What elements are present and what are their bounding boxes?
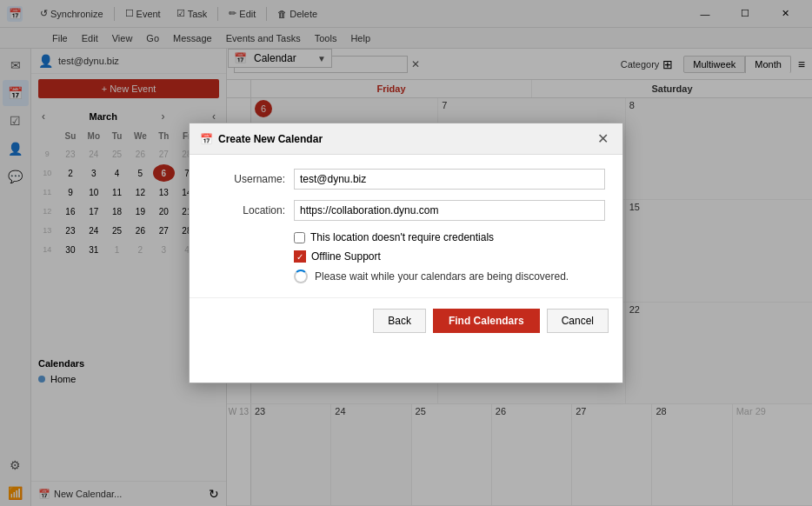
- credentials-checkbox[interactable]: [294, 232, 305, 243]
- modal-body: Username: Location: This location doesn'…: [190, 155, 622, 297]
- offline-checkbox-box[interactable]: ✓: [294, 250, 306, 263]
- back-button[interactable]: Back: [373, 309, 426, 333]
- discovery-status-row: Please wait while your calendars are bei…: [294, 270, 605, 283]
- username-row: Username:: [207, 169, 605, 190]
- modal-header: 📅 Create New Calendar ✕: [190, 123, 622, 155]
- offline-label: Offline Support: [311, 250, 381, 263]
- modal-close-button[interactable]: ✕: [594, 130, 612, 147]
- location-input[interactable]: [294, 200, 605, 221]
- modal-footer: Back Find Calendars Cancel: [190, 297, 622, 343]
- cancel-button[interactable]: Cancel: [547, 309, 609, 333]
- discovery-status-text: Please wait while your calendars are bei…: [315, 270, 569, 283]
- offline-checkbox-row: ✓ Offline Support: [294, 250, 605, 263]
- location-label: Location:: [207, 204, 285, 216]
- credentials-label: This location doesn't require credential…: [310, 231, 494, 243]
- modal-overlay: 📅 Create New Calendar ✕ Username: Locati…: [0, 0, 812, 506]
- loading-spinner: [294, 270, 308, 283]
- modal-title: 📅 Create New Calendar: [200, 133, 323, 145]
- username-input[interactable]: [294, 169, 605, 190]
- checkbox-check-icon: ✓: [296, 252, 303, 262]
- username-label: Username:: [207, 173, 285, 185]
- credentials-checkbox-row: This location doesn't require credential…: [294, 231, 605, 243]
- location-row: Location:: [207, 200, 605, 221]
- modal-icon: 📅: [200, 133, 213, 145]
- create-calendar-modal: 📅 Create New Calendar ✕ Username: Locati…: [189, 123, 623, 383]
- find-calendars-button[interactable]: Find Calendars: [433, 309, 540, 333]
